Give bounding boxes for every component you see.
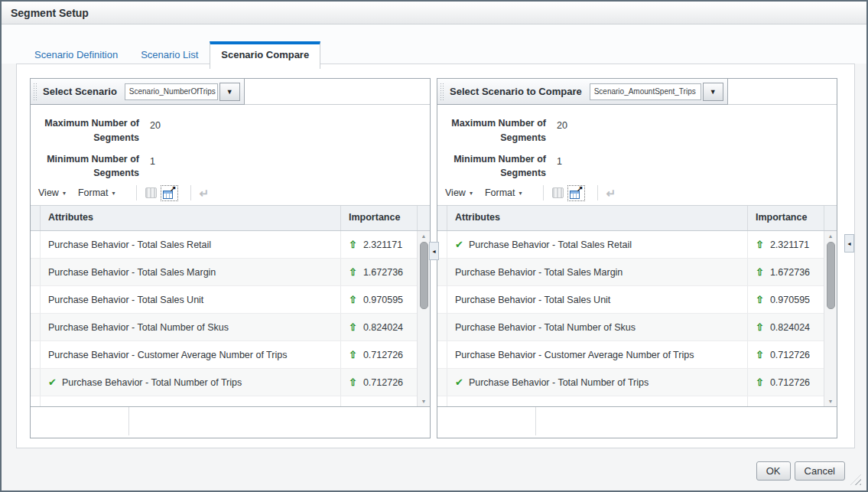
table-row[interactable]: ✔Purchase Behavior - Total Number of Tri… xyxy=(31,369,417,396)
gripper-icon xyxy=(33,83,37,101)
importance-column-header[interactable]: Importance xyxy=(748,206,824,230)
table-row[interactable]: ✔Purchase Behavior - Total Sales Retail … xyxy=(437,231,824,259)
row-header-cell xyxy=(31,231,41,258)
table-row[interactable]: Purchase Behavior - Customer Average Num… xyxy=(437,341,824,369)
collapse-left-icon: ◄ xyxy=(431,249,437,254)
footer-divider xyxy=(535,407,536,435)
importance-cell: ⇧1.672736 xyxy=(747,259,824,285)
table-row[interactable]: Purchase Behavior - Total Number of Skus… xyxy=(31,314,417,341)
importance-value: 2.321171 xyxy=(770,239,809,250)
min-segments-label: Minimum Number of Segments xyxy=(437,152,546,181)
scenario-panel-right: Select Scenario to Compare Scenario_Amou… xyxy=(437,78,837,438)
importance-cell: ⇧0.712726 xyxy=(747,369,824,396)
table-toolbar: View ▾ Format ▾ ↗ ↵ xyxy=(31,181,430,206)
scrollbar-header-spacer xyxy=(824,206,837,230)
scroll-down-icon[interactable]: ▼ xyxy=(421,396,427,406)
view-menu-label: View xyxy=(38,187,59,198)
max-segments-field: Maximum Number of Segments 20 xyxy=(31,116,430,145)
table-row[interactable]: Purchase Behavior - Customer Average Num… xyxy=(31,341,417,369)
wrap-icon: ↵ xyxy=(200,187,210,199)
importance-up-icon: ⇧ xyxy=(349,295,357,305)
attribute-cell: ✔Purchase Behavior - Total Number of Tri… xyxy=(41,369,340,396)
tab-scenario-compare[interactable]: Scenario Compare xyxy=(210,41,320,69)
scenario-selector-box: Select Scenario Scenario_NumberOfTrips ▼ xyxy=(30,78,245,105)
scenario-select-input[interactable]: Scenario_NumberOfTrips xyxy=(125,83,218,100)
importance-cell: ⇧2.321171 xyxy=(340,231,417,258)
tab-scenario-definition[interactable]: Scenario Definition xyxy=(23,44,129,68)
min-segments-field: Minimum Number of Segments 1 xyxy=(437,152,837,181)
table-row[interactable]: Purchase Behavior - Total Sales Unit ⇧0.… xyxy=(437,286,824,314)
table-row[interactable]: Purchase Behavior - Total Sales Margin ⇧… xyxy=(437,259,824,286)
scenario-dropdown-button[interactable]: ▼ xyxy=(219,83,240,101)
importance-up-icon: ⇧ xyxy=(349,267,357,277)
chevron-down-icon: ▼ xyxy=(710,88,717,96)
chevron-down-icon: ▾ xyxy=(112,190,115,197)
importance-value: 0.712726 xyxy=(770,350,810,360)
attribute-label: Purchase Behavior - Total Sales Unit xyxy=(455,295,610,305)
attribute-cell: Purchase Behavior - Total Sales Retail xyxy=(41,231,340,258)
row-header-cell xyxy=(437,286,447,313)
dialog-title: Segment Setup xyxy=(11,7,89,19)
row-header-cell xyxy=(437,259,447,285)
importance-value: 0.824024 xyxy=(363,322,403,333)
table-row[interactable]: Purchase Behavior - Total Number of Skus… xyxy=(437,314,824,341)
attributes-column-header[interactable]: Attributes xyxy=(447,206,748,230)
importance-value: 1.672736 xyxy=(363,267,403,278)
importance-cell: ⇧0.970595 xyxy=(747,286,824,313)
max-segments-value: 20 xyxy=(557,116,567,145)
attributes-column-header[interactable]: Attributes xyxy=(41,206,341,230)
tab-content-area: Select Scenario Scenario_NumberOfTrips ▼… xyxy=(16,64,855,448)
attribute-label: Purchase Behavior - Total Number of Skus xyxy=(48,322,229,333)
table-row[interactable]: Purchase Behavior - Total Sales Retail ⇧… xyxy=(31,231,417,259)
importance-up-icon: ⇧ xyxy=(349,239,357,249)
scroll-down-icon[interactable]: ▼ xyxy=(828,396,834,406)
importance-up-icon: ⇧ xyxy=(756,295,764,305)
importance-cell: ⇧0.712726 xyxy=(340,369,417,396)
ok-button[interactable]: OK xyxy=(756,461,791,481)
format-menu-button[interactable]: Format ▾ xyxy=(485,187,522,198)
format-menu-button[interactable]: Format ▾ xyxy=(78,187,115,198)
scrollbar-thumb[interactable] xyxy=(827,242,835,309)
vertical-scrollbar[interactable]: ▲ ▼ xyxy=(824,231,837,406)
detach-table-button[interactable]: ↗ xyxy=(161,185,178,201)
resize-grip[interactable] xyxy=(850,474,861,485)
scroll-up-icon[interactable]: ▲ xyxy=(421,231,427,241)
scenario-compare-select-input[interactable]: Scenario_AmountSpent_Trips xyxy=(590,83,701,100)
scenario-selector-box: Select Scenario to Compare Scenario_Amou… xyxy=(437,78,728,105)
scenario-dropdown-button[interactable]: ▼ xyxy=(703,83,723,101)
splitter-collapse-button-right[interactable]: ◄ xyxy=(844,234,854,253)
importance-value: 0.712726 xyxy=(363,350,403,360)
tab-scenario-list[interactable]: Scenario List xyxy=(129,44,210,68)
toolbar-separator xyxy=(136,185,137,200)
freeze-columns-icon xyxy=(552,187,564,198)
table-row[interactable]: Purchase Behavior - Total Sales Unit ⇧0.… xyxy=(31,286,417,314)
row-header-column xyxy=(31,206,41,230)
table-body: Purchase Behavior - Total Sales Retail ⇧… xyxy=(31,231,430,406)
attribute-label: Purchase Behavior - Total Number of Trip… xyxy=(469,377,649,388)
selector-label: Select Scenario xyxy=(43,86,117,97)
attribute-cell: Purchase Behavior - Customer Average Num… xyxy=(447,341,747,368)
table-row[interactable]: Purchase Behavior - Total Sales Margin ⇧… xyxy=(31,259,417,286)
min-segments-value: 1 xyxy=(150,152,155,181)
vertical-scrollbar[interactable]: ▲ ▼ xyxy=(417,231,430,406)
importance-value: 0.970595 xyxy=(770,295,810,305)
importance-up-icon: ⇧ xyxy=(756,377,764,387)
importance-value: 0.970595 xyxy=(363,295,403,305)
scroll-up-icon[interactable]: ▲ xyxy=(828,231,834,241)
view-menu-button[interactable]: View ▾ xyxy=(445,187,473,198)
attribute-cell: Purchase Behavior - Total Sales Unit xyxy=(41,286,340,313)
selector-label: Select Scenario to Compare xyxy=(450,86,582,97)
view-menu-button[interactable]: View ▾ xyxy=(38,187,66,198)
importance-up-icon: ⇧ xyxy=(756,322,764,332)
importance-column-header[interactable]: Importance xyxy=(341,206,418,230)
importance-cell: ⇧0.824024 xyxy=(747,314,824,340)
scrollbar-thumb[interactable] xyxy=(420,242,428,309)
row-header-column xyxy=(437,206,447,230)
detach-table-button[interactable]: ↗ xyxy=(567,185,585,201)
cancel-button[interactable]: Cancel xyxy=(795,461,845,481)
importance-cell: ⇧0.712726 xyxy=(340,341,417,368)
splitter-collapse-button-middle[interactable]: ◄ xyxy=(429,242,439,260)
table-row[interactable]: ✔Purchase Behavior - Total Number of Tri… xyxy=(437,369,824,396)
check-icon: ✔ xyxy=(455,377,463,387)
table-row-partial xyxy=(437,396,824,406)
